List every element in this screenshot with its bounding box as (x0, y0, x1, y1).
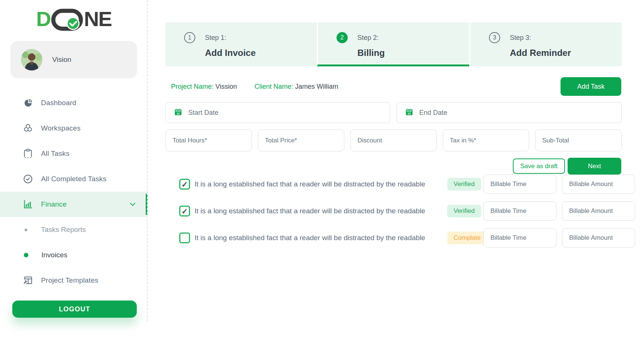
sidebar-item-tasks-reports[interactable]: Tasks Reports (0, 217, 148, 242)
billable-time-input[interactable] (483, 175, 556, 194)
svg-text:12: 12 (177, 112, 180, 115)
sidebar-item-label: Dashboard (41, 99, 76, 107)
sidebar-item-all-completed-tasks[interactable]: All Completed Tasks (0, 166, 148, 192)
calendar-icon: 12 (405, 108, 413, 117)
task-row: ✓ It is a long established fact that a r… (165, 201, 635, 221)
sidebar-item-project-templates[interactable]: Project Templates (0, 268, 148, 293)
total-price-input[interactable] (258, 129, 344, 151)
billable-time-input[interactable] (483, 201, 556, 221)
start-date-input[interactable] (188, 109, 339, 117)
sidebar: D NE Vision (0, 0, 148, 324)
sidebar-item-label: Project Templates (41, 276, 98, 285)
sidebar-nav: Dashboard Workspaces All Tasks (0, 90, 148, 293)
logo-check-o-icon (51, 8, 83, 33)
bar-chart-icon (22, 199, 34, 210)
sidebar-item-dashboard[interactable]: Dashboard (0, 90, 148, 116)
task-text: It is a long established fact that a rea… (195, 180, 425, 188)
subtotal-input[interactable] (535, 129, 622, 151)
task-text: It is a long established fact that a rea… (195, 207, 425, 215)
template-icon (22, 275, 34, 286)
step-title: Add Reminder (510, 48, 622, 58)
sidebar-item-label: Tasks Reports (41, 226, 86, 234)
logo-letter-d: D (36, 9, 50, 29)
task-row: ✓ It is a long established fact that a r… (165, 175, 635, 194)
billing-stepper: 1 Step 1: Add Invoice 2 Step 2: Billing … (165, 22, 622, 66)
client-name-label: Client Name: (255, 83, 293, 90)
logout-button[interactable]: LOGOUT (12, 301, 137, 318)
billable-amount-input[interactable] (562, 175, 635, 194)
clipboard-icon (22, 148, 34, 159)
pie-chart-icon (22, 98, 34, 108)
step-number: 2 (337, 32, 348, 43)
project-name-value: Vission (215, 83, 237, 90)
end-date-field: 12 (397, 102, 622, 123)
add-task-button[interactable]: Add Task (561, 77, 621, 96)
task-row: It is a long established fact that a rea… (165, 228, 635, 248)
calendar-icon: 12 (174, 108, 182, 117)
project-info-row: Project Name: Vission Client Name: James… (171, 83, 338, 91)
chevron-down-icon[interactable] (130, 201, 136, 208)
sidebar-item-label: Workspaces (41, 124, 80, 132)
step-billing[interactable]: 2 Step 2: Billing (317, 22, 469, 66)
step-label: Step 2: (357, 34, 379, 42)
billable-time-input[interactable] (483, 228, 556, 248)
client-name-value: James William (295, 83, 338, 90)
check-circle-icon (22, 174, 34, 184)
status-badge: Verified (447, 178, 481, 191)
project-name-label: Project Name: (171, 83, 214, 90)
tax-input[interactable] (443, 129, 529, 151)
step-add-reminder[interactable]: 3 Step 3: Add Reminder (469, 22, 622, 66)
sidebar-divider (147, 0, 148, 321)
discount-input[interactable] (350, 129, 437, 151)
sidebar-item-label: Finance (41, 200, 67, 208)
total-hours-input[interactable] (165, 129, 252, 151)
sidebar-item-label: All Completed Tasks (41, 175, 107, 183)
step-label: Step 1: (205, 34, 226, 42)
user-name: Vision (52, 56, 71, 64)
billable-amount-input[interactable] (562, 201, 635, 221)
avatar (21, 49, 42, 70)
step-add-invoice[interactable]: 1 Step 1: Add Invoice (165, 22, 317, 66)
sidebar-item-label: Invoices (41, 251, 67, 259)
cubes-icon (22, 123, 34, 133)
sidebar-item-all-tasks[interactable]: All Tasks (0, 141, 148, 166)
billable-amount-input[interactable] (562, 228, 635, 248)
step-label: Step 3: (510, 34, 531, 42)
sidebar-item-invoices[interactable]: Invoices (0, 242, 148, 268)
task-checkbox[interactable]: ✓ (179, 179, 190, 190)
sidebar-item-label: All Tasks (41, 150, 69, 158)
step-title: Billing (357, 48, 469, 58)
status-badge: Verified (447, 205, 481, 217)
next-button[interactable]: Next (568, 158, 621, 175)
svg-text:12: 12 (408, 112, 411, 115)
task-text: It is a long established fact that a rea… (195, 234, 425, 242)
bullet-icon (24, 253, 28, 257)
sidebar-item-workspaces[interactable]: Workspaces (0, 116, 148, 141)
bullet-icon (25, 229, 27, 231)
logo-letters-ne: NE (84, 9, 111, 29)
end-date-input[interactable] (419, 109, 571, 117)
task-checkbox[interactable] (179, 233, 190, 243)
app-logo: D NE (0, 6, 148, 32)
user-profile-card[interactable]: Vision (10, 41, 137, 78)
start-date-field: 12 (165, 102, 390, 123)
step-number: 1 (184, 32, 195, 43)
save-as-draft-button[interactable]: Save as draft (513, 158, 565, 174)
step-title: Add Invoice (205, 48, 317, 58)
step-number: 3 (489, 32, 500, 43)
sidebar-item-finance[interactable]: Finance (0, 192, 148, 217)
task-checkbox[interactable]: ✓ (179, 206, 190, 217)
status-badge: Complate (447, 232, 487, 244)
